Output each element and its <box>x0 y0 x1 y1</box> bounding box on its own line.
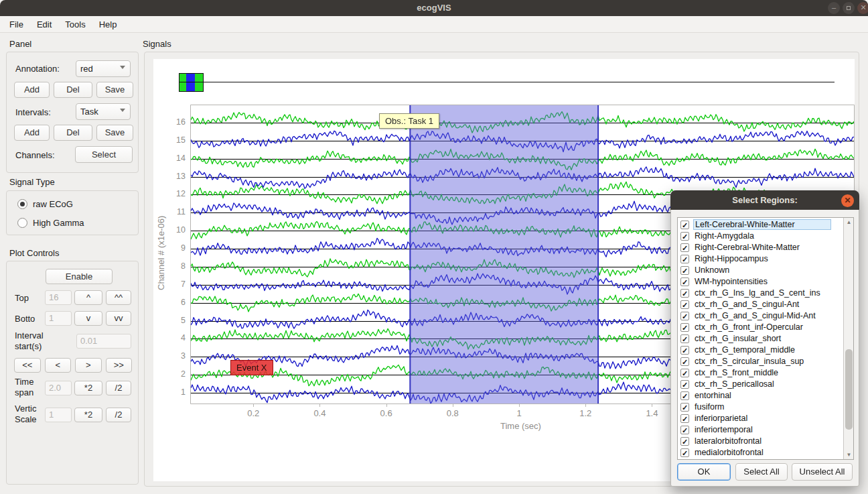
region-row-ctx_rh_g_and_s_cingul-mid-ant[interactable]: ✓ctx_rh_G_and_S_cingul-Mid-Ant <box>678 310 843 322</box>
x-tick-mark <box>585 404 586 407</box>
region-checkbox[interactable]: ✓ <box>680 289 689 298</box>
region-checkbox[interactable]: ✓ <box>680 403 689 412</box>
timeline-overview-bar[interactable] <box>179 73 204 92</box>
region-checkbox[interactable]: ✓ <box>680 243 689 252</box>
region-checkbox[interactable]: ✓ <box>680 300 689 309</box>
timeline-overview-line <box>204 82 835 82</box>
menu-tools[interactable]: Tools <box>58 17 92 32</box>
intervals-save-button[interactable]: Save <box>96 125 133 141</box>
region-row-wm-hypointensities[interactable]: ✓WM-hypointensities <box>678 276 843 288</box>
vertical-scale-mul-button[interactable]: *2 <box>74 408 102 422</box>
channels-select-button[interactable]: Select <box>75 146 133 163</box>
region-row-inferiortemporal[interactable]: ✓inferiortemporal <box>678 424 843 436</box>
region-checkbox[interactable]: ✓ <box>680 277 689 286</box>
nav-fast-forward-button[interactable]: >> <box>106 358 133 373</box>
annotation-combo[interactable]: red <box>76 60 131 77</box>
enable-button[interactable]: Enable <box>46 269 113 284</box>
region-checkbox[interactable]: ✓ <box>680 266 689 275</box>
bottom-input[interactable]: 1 <box>45 311 72 326</box>
time-span-input[interactable]: 2.0 <box>45 381 72 395</box>
event-annotation[interactable]: Event X <box>230 360 273 375</box>
annotation-save-button[interactable]: Save <box>96 82 133 98</box>
region-row-right-hippocampus[interactable]: ✓Right-Hippocampus <box>678 253 843 265</box>
menu-edit[interactable]: Edit <box>30 17 58 32</box>
region-row-lateralorbitofrontal[interactable]: ✓lateralorbitofrontal <box>678 436 843 447</box>
unselect-all-button[interactable]: Unselect All <box>792 463 853 481</box>
region-checkbox[interactable]: ✓ <box>680 334 689 343</box>
maximize-icon[interactable] <box>843 2 855 14</box>
region-row-fusiform[interactable]: ✓fusiform <box>678 402 843 413</box>
region-checkbox[interactable]: ✓ <box>680 323 689 332</box>
interval-start-input[interactable]: 0.01 <box>76 334 131 349</box>
nav-back-button[interactable]: < <box>45 358 72 373</box>
region-checkbox[interactable]: ✓ <box>680 391 689 400</box>
y-tick-8: 8 <box>165 261 186 271</box>
region-row-inferiorparietal[interactable]: ✓inferiorparietal <box>678 413 843 424</box>
region-row-unknown[interactable]: ✓Unknown <box>678 265 843 276</box>
radio-raw-ecog[interactable]: raw ECoG <box>17 199 73 209</box>
region-row-entorhinal[interactable]: ✓entorhinal <box>678 390 843 402</box>
menu-file[interactable]: File <box>3 17 30 32</box>
region-row-left-cerebral-white-matter[interactable]: ✓Left-Cerebral-White-Matter <box>678 219 843 231</box>
time-span-label: Time span <box>15 377 43 398</box>
annotation-add-button[interactable]: Add <box>14 82 50 98</box>
region-row-ctx_rh_s_circular_insula_sup[interactable]: ✓ctx_rh_S_circular_insula_sup <box>678 356 843 367</box>
region-checkbox[interactable]: ✓ <box>680 346 689 355</box>
dialog-close-icon[interactable]: ✕ <box>841 194 854 207</box>
region-checkbox[interactable]: ✓ <box>680 255 689 263</box>
region-row-right-amygdala[interactable]: ✓Right-Amygdala <box>678 231 843 242</box>
region-checkbox[interactable]: ✓ <box>680 312 689 320</box>
scroll-up-icon[interactable]: ▲ <box>844 218 854 227</box>
top-input[interactable]: 16 <box>45 290 72 305</box>
region-checkbox[interactable]: ✓ <box>680 357 689 366</box>
region-checkbox[interactable]: ✓ <box>680 369 689 377</box>
region-checkbox[interactable]: ✓ <box>680 221 689 229</box>
time-span-mul-button[interactable]: *2 <box>74 381 102 395</box>
region-row-ctx_rh_s_front_middle[interactable]: ✓ctx_rh_S_front_middle <box>678 367 843 379</box>
region-checkbox[interactable]: ✓ <box>680 448 689 457</box>
vertical-scale-div-button[interactable]: /2 <box>106 408 131 422</box>
region-row-ctx_rh_g_ins_lg_and_s_cent_ins[interactable]: ✓ctx_rh_G_Ins_lg_and_S_cent_ins <box>678 288 843 299</box>
maximize-glyph <box>847 6 851 10</box>
regions-list-scrollbar[interactable]: ▲ ▼ <box>843 218 853 459</box>
scroll-down-icon[interactable]: ▼ <box>844 450 854 459</box>
intervals-combo[interactable]: Task <box>76 103 131 120</box>
vertical-scale-input[interactable]: 1 <box>45 408 72 422</box>
region-row-ctx_rh_g_temporal_middle[interactable]: ✓ctx_rh_G_temporal_middle <box>678 345 843 356</box>
minimize-icon[interactable]: – <box>828 2 840 14</box>
x-tick-mark <box>519 404 520 407</box>
radio-high-gamma[interactable]: High Gamma <box>17 218 84 228</box>
region-checkbox[interactable]: ✓ <box>680 232 689 241</box>
region-label: lateralorbitofrontal <box>693 436 831 446</box>
close-icon[interactable]: ✕ <box>857 2 868 14</box>
channel-downdown-button[interactable]: vv <box>106 311 131 326</box>
region-row-ctx_rh_g_and_s_cingul-ant[interactable]: ✓ctx_rh_G_and_S_cingul-Ant <box>678 299 843 310</box>
region-row-ctx_rh_s_pericallosal[interactable]: ✓ctx_rh_S_pericallosal <box>678 379 843 390</box>
select-all-button[interactable]: Select All <box>735 463 788 481</box>
region-row-right-cerebral-white-matter[interactable]: ✓Right-Cerebral-White-Matter <box>678 242 843 253</box>
region-label: ctx_rh_S_pericallosal <box>693 379 831 389</box>
region-checkbox[interactable]: ✓ <box>680 437 689 446</box>
region-row-medialorbitofrontal[interactable]: ✓medialorbitofrontal <box>678 447 843 458</box>
ok-button[interactable]: OK <box>677 463 731 481</box>
channel-up-button[interactable]: ^ <box>74 290 102 305</box>
region-row-ctx_rh_g_front_inf-opercular[interactable]: ✓ctx_rh_G_front_inf-Opercular <box>678 322 843 333</box>
region-row-ctx_rh_g_insular_short[interactable]: ✓ctx_rh_G_insular_short <box>678 333 843 345</box>
region-checkbox[interactable]: ✓ <box>680 426 689 434</box>
scrollbar-thumb[interactable] <box>845 349 853 430</box>
channel-upup-button[interactable]: ^^ <box>106 290 131 305</box>
region-checkbox[interactable]: ✓ <box>680 380 689 389</box>
intervals-del-button[interactable]: Del <box>54 125 92 141</box>
intervals-label: Intervals: <box>15 107 51 117</box>
menu-help[interactable]: Help <box>92 17 124 32</box>
y-tick-5: 5 <box>165 316 186 325</box>
timeline-current-window[interactable] <box>186 74 195 91</box>
region-label: ctx_rh_S_front_middle <box>693 368 831 377</box>
intervals-add-button[interactable]: Add <box>14 125 50 141</box>
nav-fast-back-button[interactable]: << <box>14 358 41 373</box>
annotation-del-button[interactable]: Del <box>54 82 92 98</box>
time-span-div-button[interactable]: /2 <box>106 381 131 395</box>
nav-forward-button[interactable]: > <box>75 358 102 373</box>
region-checkbox[interactable]: ✓ <box>680 414 689 423</box>
channel-down-button[interactable]: v <box>74 311 102 326</box>
